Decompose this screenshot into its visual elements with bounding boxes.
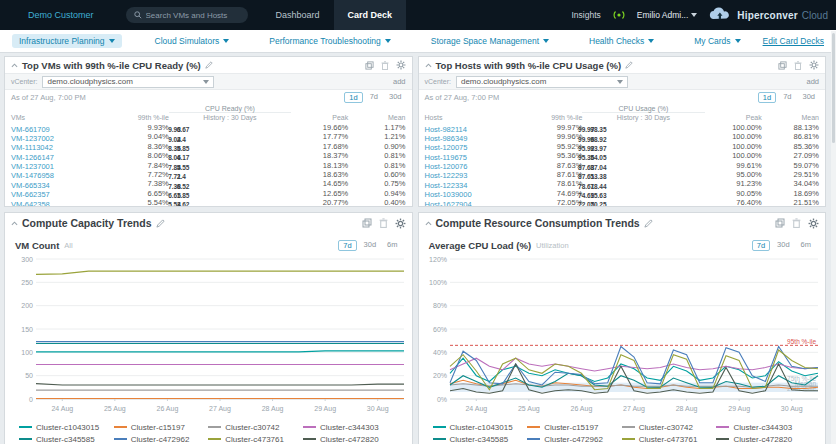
nav-item-infrastructure-planning[interactable]: Infrastructure Planning bbox=[12, 34, 122, 48]
nav-right: My Cards Edit Card Decks bbox=[694, 36, 824, 46]
settings-gear-icon[interactable] bbox=[395, 218, 406, 229]
range-7d-button[interactable]: 7d bbox=[779, 92, 795, 103]
range-30d-button[interactable]: 30d bbox=[360, 240, 381, 251]
y-tick-label: 0 bbox=[29, 396, 33, 403]
settings-gear-icon[interactable] bbox=[809, 60, 819, 70]
add-link[interactable]: add bbox=[393, 77, 406, 86]
y-tick-label: 250 bbox=[21, 279, 33, 286]
p99-value: 7.84% bbox=[110, 161, 169, 170]
delete-card-icon[interactable] bbox=[792, 218, 801, 228]
delete-card-icon[interactable] bbox=[379, 218, 388, 228]
customer-name[interactable]: Demo Customer bbox=[28, 10, 94, 20]
legend-color-dash bbox=[622, 438, 635, 440]
nav-item-storage-space-management[interactable]: Storage Space Management bbox=[424, 34, 556, 48]
p99-value: 78.61% bbox=[523, 179, 582, 188]
pencil-icon[interactable] bbox=[644, 219, 653, 228]
group-header-row: CPU Ready (%) bbox=[11, 104, 406, 113]
card-title: Compute Capacity Trends bbox=[22, 217, 152, 229]
legend-item-cluster-c1043015[interactable]: Cluster-c1043015 bbox=[433, 421, 528, 433]
legend-label: Cluster-c473761 bbox=[639, 435, 698, 444]
legend-item-cluster-c15197[interactable]: Cluster-c15197 bbox=[527, 421, 622, 433]
nav-item-cloud-simulators[interactable]: Cloud Simulators bbox=[148, 34, 237, 48]
collapse-icon[interactable] bbox=[11, 221, 18, 226]
legend-label: Cluster-c1043015 bbox=[450, 423, 513, 432]
chart-title: VM Count bbox=[15, 240, 59, 251]
legend-item-cluster-c473761[interactable]: Cluster-c473761 bbox=[622, 433, 717, 444]
col-history: History : 30 Days bbox=[582, 113, 704, 123]
add-link[interactable]: add bbox=[806, 77, 819, 86]
range-7d-button[interactable]: 7d bbox=[752, 240, 770, 251]
legend-color-dash bbox=[303, 426, 316, 428]
pencil-icon[interactable] bbox=[625, 61, 633, 69]
range-7d-button[interactable]: 7d bbox=[338, 240, 356, 251]
legend-item-cluster-c30742[interactable]: Cluster-c30742 bbox=[622, 421, 717, 433]
card-compute-capacity-trends: Compute Capacity Trends VM Count All 7d3… bbox=[4, 212, 413, 444]
settings-gear-icon[interactable] bbox=[396, 60, 406, 70]
as-of-timestamp: As of 27 Aug, 7:00 PM bbox=[11, 93, 86, 102]
insights-link[interactable]: Insights bbox=[572, 10, 601, 20]
legend-item-cluster-c472820[interactable]: Cluster-c472820 bbox=[303, 433, 398, 444]
search-box[interactable] bbox=[126, 7, 248, 23]
legend-item-cluster-c344303[interactable]: Cluster-c344303 bbox=[716, 421, 811, 433]
legend-item-cluster-c472962[interactable]: Cluster-c472962 bbox=[527, 433, 622, 444]
p99-value: 9.93% bbox=[110, 123, 169, 132]
search-input[interactable] bbox=[146, 11, 240, 20]
legend-item-cluster-c344303[interactable]: Cluster-c344303 bbox=[303, 421, 398, 433]
peak-value: 20.77% bbox=[291, 198, 348, 207]
nav-item-performance-troubleshooting[interactable]: Performance Troubleshooting bbox=[262, 34, 398, 48]
vcenter-filter-row: vCenter: demo.cloudphysics.com add bbox=[419, 73, 826, 90]
group-header: CPU Usage (%) bbox=[582, 104, 704, 113]
range-6m-button[interactable]: 6m bbox=[383, 240, 401, 251]
legend-color-dash bbox=[114, 438, 127, 440]
legend-item-cluster-c345585[interactable]: Cluster-c345585 bbox=[433, 433, 528, 444]
range-1d-button[interactable]: 1d bbox=[758, 92, 776, 103]
my-cards-menu[interactable]: My Cards bbox=[694, 36, 740, 46]
chevron-down-icon bbox=[691, 13, 697, 17]
collapse-icon[interactable] bbox=[425, 63, 432, 68]
legend-item-cluster-c473761[interactable]: Cluster-c473761 bbox=[208, 433, 303, 444]
mean-value: 1.21% bbox=[348, 132, 405, 141]
tab-card-deck[interactable]: Card Deck bbox=[334, 0, 407, 30]
delete-card-icon[interactable] bbox=[381, 61, 389, 70]
chevron-down-icon bbox=[385, 39, 391, 43]
p99-value: 99.97% bbox=[523, 123, 582, 132]
page-scrollbar[interactable] bbox=[831, 31, 836, 444]
legend-label: Cluster-c345585 bbox=[450, 435, 509, 444]
range-30d-button[interactable]: 30d bbox=[385, 92, 406, 103]
range-30d-button[interactable]: 30d bbox=[773, 240, 794, 251]
scrollbar-thumb[interactable] bbox=[832, 33, 835, 143]
collapse-icon[interactable] bbox=[11, 63, 18, 68]
nav-item-health-checks[interactable]: Health Checks bbox=[582, 34, 661, 48]
collapse-icon[interactable] bbox=[425, 221, 432, 226]
range-1d-button[interactable]: 1d bbox=[344, 92, 362, 103]
duplicate-card-icon[interactable] bbox=[365, 61, 374, 70]
nav-item-label: Infrastructure Planning bbox=[19, 36, 105, 46]
settings-gear-icon[interactable] bbox=[808, 218, 819, 229]
legend-item-cluster-c345585[interactable]: Cluster-c345585 bbox=[19, 433, 114, 444]
legend-item-cluster-c1043015[interactable]: Cluster-c1043015 bbox=[19, 421, 114, 433]
vcenter-select[interactable]: demo.cloudphysics.com bbox=[456, 76, 628, 88]
legend-item-cluster-c472962[interactable]: Cluster-c472962 bbox=[114, 433, 209, 444]
pencil-icon[interactable] bbox=[156, 219, 165, 228]
tab-dashboard[interactable]: Dashboard bbox=[262, 0, 334, 30]
range-30d-button[interactable]: 30d bbox=[798, 92, 819, 103]
user-menu[interactable]: Emilio Admi... bbox=[637, 10, 698, 20]
duplicate-card-icon[interactable] bbox=[778, 61, 787, 70]
broadcast-icon[interactable] bbox=[611, 9, 627, 21]
legend-item-cluster-c30742[interactable]: Cluster-c30742 bbox=[208, 421, 303, 433]
range-6m-button[interactable]: 6m bbox=[797, 240, 815, 251]
legend-item-cluster-c15197[interactable]: Cluster-c15197 bbox=[114, 421, 209, 433]
spark-end-label: 99.96 bbox=[578, 136, 594, 143]
edit-card-decks-link[interactable]: Edit Card Decks bbox=[763, 36, 824, 46]
vcenter-select[interactable]: demo.cloudphysics.com bbox=[42, 76, 214, 88]
card-compute-resource-consumption-trends: Compute Resource Consumption Trends Aver… bbox=[418, 212, 827, 444]
brand-name: Hiperconver bbox=[737, 10, 798, 21]
time-range-buttons: 1d7d30d bbox=[344, 92, 405, 103]
range-7d-button[interactable]: 7d bbox=[366, 92, 382, 103]
legend-item-cluster-c472820[interactable]: Cluster-c472820 bbox=[716, 433, 811, 444]
pencil-icon[interactable] bbox=[205, 61, 213, 69]
delete-card-icon[interactable] bbox=[794, 61, 802, 70]
duplicate-card-icon[interactable] bbox=[362, 218, 372, 228]
duplicate-card-icon[interactable] bbox=[775, 218, 785, 228]
p99-value: 6.65% bbox=[110, 189, 169, 198]
